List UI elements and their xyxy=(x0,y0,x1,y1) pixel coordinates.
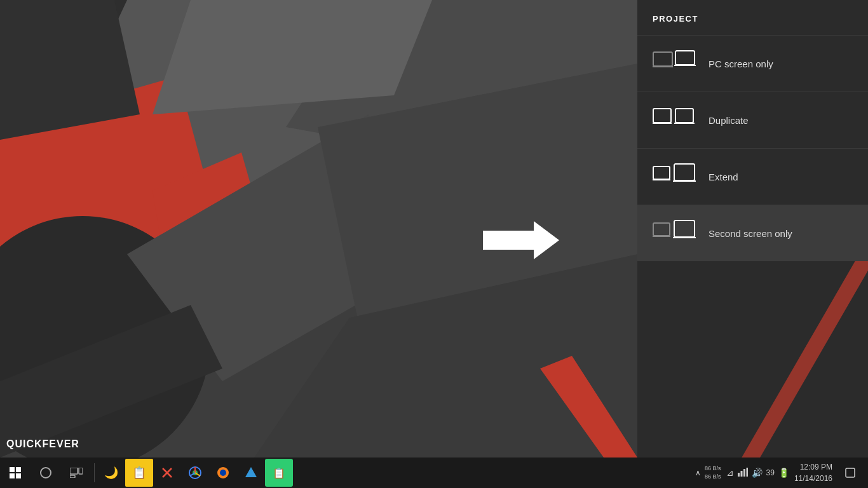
pc-screen-only-icon xyxy=(653,48,696,79)
firefox-icon xyxy=(216,466,230,480)
taskbar-app-chrome[interactable] xyxy=(181,459,209,487)
panel-stripe xyxy=(723,261,868,488)
taskbar-app-notes[interactable]: 📋 xyxy=(125,459,153,487)
wifi-icon[interactable] xyxy=(738,468,748,478)
second-screen-only-icon xyxy=(653,218,696,248)
taskbar-app-blue[interactable] xyxy=(237,459,265,487)
quickfever-logo: QUICKFEVER xyxy=(6,438,79,450)
extend-label: Extend xyxy=(709,172,738,182)
svg-marker-14 xyxy=(483,221,559,259)
desktop: QUICKFEVER PROJECT PC screen only xyxy=(0,0,868,488)
svg-rect-52 xyxy=(746,468,748,477)
svg-rect-51 xyxy=(743,469,745,477)
svg-rect-15 xyxy=(653,52,672,66)
taskbar-app-clipboard[interactable]: 📋 xyxy=(265,459,293,487)
task-view-icon xyxy=(70,468,83,478)
project-item-second-screen-only[interactable]: Second screen only xyxy=(637,205,868,261)
svg-marker-48 xyxy=(245,467,257,477)
svg-rect-29 xyxy=(674,220,695,237)
svg-rect-50 xyxy=(740,471,742,477)
task-view-button[interactable] xyxy=(61,458,92,488)
cortana-search-button[interactable] xyxy=(31,458,61,488)
chrome-icon xyxy=(188,466,202,480)
volume-level: 39 xyxy=(766,468,775,477)
notification-icon xyxy=(845,468,855,478)
second-screen-only-label: Second screen only xyxy=(709,228,792,239)
start-button[interactable] xyxy=(0,458,31,488)
svg-rect-53 xyxy=(846,468,855,477)
tools-icon xyxy=(160,466,174,480)
svg-rect-23 xyxy=(653,166,670,179)
svg-rect-31 xyxy=(10,467,15,472)
notification-center-button[interactable] xyxy=(837,458,863,488)
taskbar-right-area: ∧ 86 B/s 86 B/s ⊿ xyxy=(695,458,868,488)
project-item-pc-screen-only[interactable]: PC screen only xyxy=(637,35,868,92)
taskbar-divider xyxy=(94,463,95,482)
extend-icon xyxy=(653,161,696,192)
svg-rect-25 xyxy=(674,164,695,180)
svg-rect-27 xyxy=(653,223,670,236)
wifi-bars-icon xyxy=(738,468,748,477)
taskbar: 🌙 📋 xyxy=(0,458,868,488)
windows-logo-icon xyxy=(10,467,21,478)
svg-rect-49 xyxy=(738,473,740,477)
systray-area: ⊿ 🔊 39 🔋 xyxy=(726,468,789,478)
battery-icon[interactable]: 🔋 xyxy=(778,468,789,478)
system-clock[interactable]: 12:09 PM 11/14/2016 xyxy=(794,461,832,484)
svg-rect-36 xyxy=(70,468,78,474)
taskbar-app-moon[interactable]: 🌙 xyxy=(97,459,125,487)
volume-icon[interactable]: 🔊 xyxy=(752,468,763,478)
duplicate-icon xyxy=(653,105,696,135)
arrow-indicator xyxy=(483,218,559,265)
svg-rect-19 xyxy=(653,109,671,123)
svg-rect-38 xyxy=(70,475,75,478)
project-panel: PROJECT PC screen only xyxy=(637,0,868,488)
project-panel-title: PROJECT xyxy=(637,0,868,35)
duplicate-label: Duplicate xyxy=(709,115,749,126)
svg-rect-34 xyxy=(16,473,21,478)
search-circle-icon xyxy=(40,467,51,478)
taskbar-app-firefox[interactable] xyxy=(209,459,237,487)
svg-point-35 xyxy=(41,468,51,478)
panel-bottom-decor xyxy=(637,261,868,488)
project-item-duplicate[interactable]: Duplicate xyxy=(637,92,868,148)
svg-rect-32 xyxy=(16,467,21,472)
systray-expand-button[interactable]: ∧ xyxy=(695,468,701,477)
project-item-extend[interactable]: Extend xyxy=(637,148,868,205)
svg-rect-21 xyxy=(675,109,693,123)
taskbar-app-tools[interactable] xyxy=(153,459,181,487)
svg-rect-33 xyxy=(10,473,15,478)
svg-rect-37 xyxy=(79,468,83,474)
svg-rect-17 xyxy=(675,51,695,65)
blue-app-icon xyxy=(244,466,258,480)
svg-point-47 xyxy=(220,470,226,476)
pc-screen-only-label: PC screen only xyxy=(709,58,773,69)
network-icon[interactable]: ⊿ xyxy=(726,468,734,478)
network-speed-display: 86 B/s 86 B/s xyxy=(705,464,721,480)
